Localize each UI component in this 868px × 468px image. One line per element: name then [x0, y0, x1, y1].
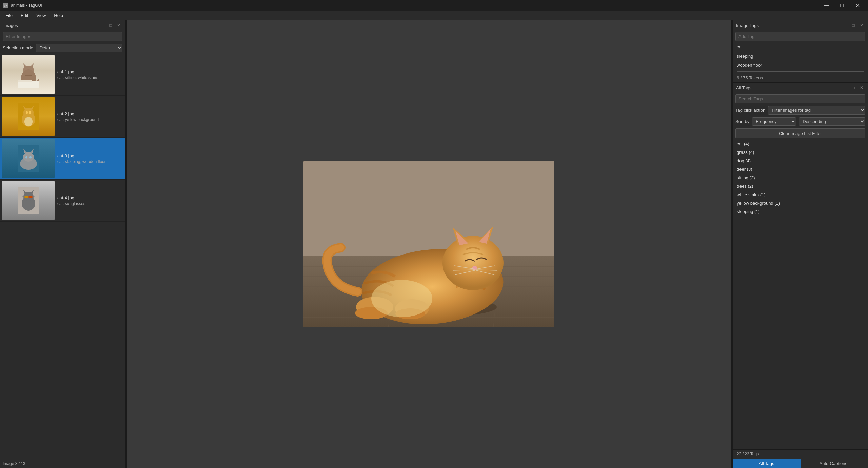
svg-marker-2: [23, 63, 26, 67]
selection-mode-label: Selection mode: [3, 45, 33, 50]
svg-line-32: [33, 197, 35, 197]
all-tags-list: cat (4) grass (4) dog (4) deer (3) sitti…: [733, 140, 868, 449]
image-list: cat-1.jpg cat, sitting, white stairs: [0, 54, 125, 459]
titlebar: 🏷 animals - TagGUI — □ ✕: [0, 0, 868, 11]
svg-point-19: [23, 152, 34, 162]
main-image-display: [303, 161, 554, 327]
menu-view[interactable]: View: [32, 12, 50, 19]
svg-point-14: [26, 111, 28, 114]
svg-point-54: [371, 280, 432, 317]
image-list-item[interactable]: cat-2.jpg cat, yellow background: [0, 96, 125, 138]
all-tags-list-item[interactable]: dog (4): [733, 157, 868, 165]
all-tags-list-item[interactable]: trees (2): [733, 182, 868, 190]
all-tags-list-item[interactable]: cat (4): [733, 140, 868, 148]
image-filename: cat-1.jpg: [57, 69, 123, 74]
image-list-item[interactable]: cat-4.jpg cat, sunglasses: [0, 180, 125, 222]
image-tags-controls: □ ✕: [850, 22, 865, 28]
titlebar-controls: — □ ✕: [818, 0, 865, 11]
sort-order-select[interactable]: Descending Ascending: [799, 117, 865, 126]
all-tags-pin-button[interactable]: □: [850, 85, 856, 91]
current-image-tags-list: cat sleeping wooden floor: [733, 42, 868, 70]
filter-images-input[interactable]: [3, 32, 122, 41]
image-tags-close-button[interactable]: ✕: [859, 22, 865, 28]
search-tags-input[interactable]: [735, 94, 865, 103]
image-status: Image 3 / 13: [0, 459, 125, 468]
all-tags-header: All Tags □ ✕: [733, 83, 868, 93]
all-tags-count: 23 / 23 Tags: [733, 449, 868, 459]
svg-point-60: [472, 266, 477, 270]
image-thumbnail: [2, 55, 55, 94]
sort-by-label: Sort by: [735, 119, 749, 124]
all-tags-list-item[interactable]: white stairs (1): [733, 190, 868, 199]
all-tags-list-item[interactable]: sleeping (1): [733, 207, 868, 216]
menubar: File Edit View Help: [0, 11, 868, 20]
svg-marker-3: [31, 63, 34, 67]
image-filename: cat-4.jpg: [57, 195, 123, 200]
image-tags-title: Image Tags: [736, 23, 759, 28]
titlebar-left: 🏷 animals - TagGUI: [3, 3, 42, 8]
all-tags-title: All Tags: [736, 85, 751, 90]
add-tag-input[interactable]: [735, 32, 865, 41]
divider: [737, 71, 864, 72]
all-tags-list-item[interactable]: yellow background (1): [733, 199, 868, 207]
svg-point-29: [24, 196, 28, 198]
svg-point-11: [23, 108, 34, 117]
image-list-item[interactable]: cat-3.jpg cat, sleeping, wooden floor: [0, 138, 125, 180]
svg-point-30: [28, 196, 33, 198]
tag-click-action-label: Tag click action: [735, 108, 765, 113]
all-tags-section: All Tags □ ✕ Tag click action Filter ima…: [733, 83, 868, 468]
tag-click-action-select[interactable]: Filter images for tag Add tag to image R…: [768, 106, 865, 115]
tag-list-item[interactable]: sleeping: [733, 52, 868, 61]
thumbnail-cat2: [2, 97, 55, 136]
all-tags-list-item[interactable]: deer (3): [733, 165, 868, 174]
all-tags-tab[interactable]: All Tags: [733, 459, 801, 468]
images-panel-pin-button[interactable]: □: [107, 22, 114, 28]
all-tags-list-item[interactable]: grass (4): [733, 148, 868, 157]
images-panel-header: Images □ ✕: [0, 20, 125, 30]
all-tags-footer: All Tags Auto-Captioner: [733, 459, 868, 468]
svg-point-15: [29, 111, 31, 114]
selection-mode-select[interactable]: Default Multi-select: [36, 44, 122, 52]
auto-captioner-tab[interactable]: Auto-Captioner: [801, 459, 868, 468]
main-image-container: [303, 161, 554, 327]
image-thumbnail: [2, 139, 55, 178]
image-list-item[interactable]: cat-1.jpg cat, sitting, white stairs: [0, 54, 125, 96]
thumbnail-cat3: [2, 139, 55, 178]
svg-point-23: [29, 156, 32, 158]
all-tags-close-button[interactable]: ✕: [859, 85, 865, 91]
menu-help[interactable]: Help: [50, 12, 67, 19]
minimize-button[interactable]: —: [818, 0, 834, 11]
images-panel: Images □ ✕ Selection mode Default Multi-…: [0, 20, 125, 468]
svg-line-31: [22, 197, 24, 197]
image-tags-text: cat, yellow background: [57, 117, 123, 122]
clear-image-list-filter-button[interactable]: Clear Image List Filter: [735, 128, 865, 138]
image-thumbnail: [2, 181, 55, 220]
image-tags-text: cat, sunglasses: [57, 201, 123, 206]
image-info: cat-2.jpg cat, yellow background: [57, 111, 123, 122]
tokens-display: 6 / 75 Tokens: [733, 73, 868, 83]
image-thumbnail: [2, 97, 55, 136]
app-title: animals - TagGUI: [11, 3, 42, 8]
svg-point-55: [442, 236, 504, 290]
image-info: cat-1.jpg cat, sitting, white stairs: [57, 69, 123, 80]
tag-list-item[interactable]: wooden floor: [733, 61, 868, 70]
sort-by-select[interactable]: Frequency Alphabetical: [752, 117, 796, 126]
images-panel-title: Images: [3, 23, 18, 28]
image-info: cat-4.jpg cat, sunglasses: [57, 195, 123, 206]
app-icon: 🏷: [3, 3, 8, 8]
all-tags-controls: □ ✕: [850, 85, 865, 91]
thumbnail-cat4: [2, 181, 55, 220]
right-panel: Image Tags □ ✕ cat sleeping wooden floor…: [732, 20, 868, 468]
image-tags-pin-button[interactable]: □: [850, 22, 856, 28]
close-button[interactable]: ✕: [850, 0, 865, 11]
image-info: cat-3.jpg cat, sleeping, wooden floor: [57, 153, 123, 164]
images-panel-close-button[interactable]: ✕: [116, 22, 122, 28]
menu-edit[interactable]: Edit: [17, 12, 32, 19]
main-content: Images □ ✕ Selection mode Default Multi-…: [0, 20, 868, 468]
image-filename: cat-2.jpg: [57, 111, 123, 116]
svg-point-22: [25, 156, 27, 158]
menu-file[interactable]: File: [1, 12, 17, 19]
tag-list-item[interactable]: cat: [733, 42, 868, 52]
all-tags-list-item[interactable]: sitting (2): [733, 174, 868, 182]
maximize-button[interactable]: □: [834, 0, 850, 11]
